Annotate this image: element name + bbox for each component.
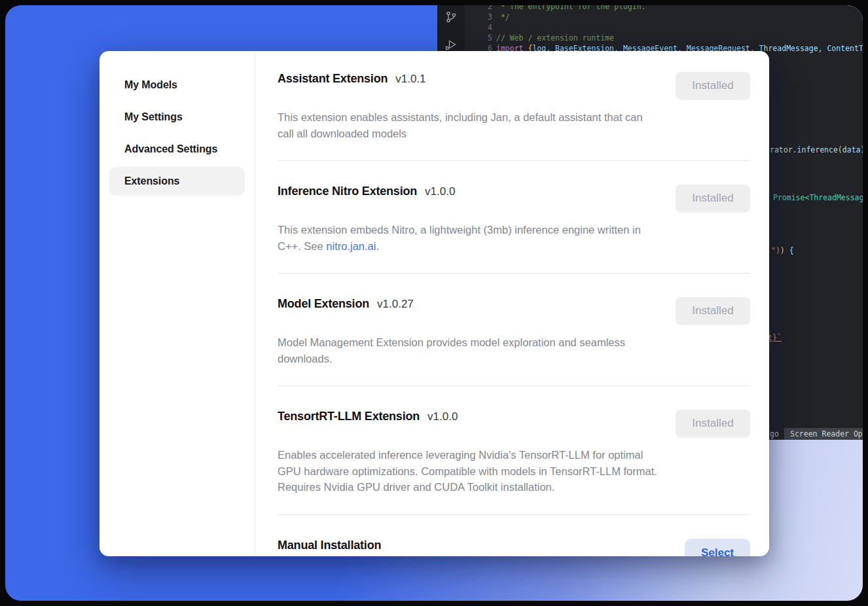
extension-version: v1.0.0: [427, 410, 458, 423]
extension-name: Model Extension: [278, 297, 369, 311]
line-number: 5: [465, 33, 492, 43]
code-method: inference: [797, 145, 838, 154]
code-arg: data: [842, 145, 861, 154]
sidebar-item-advanced-settings[interactable]: Advanced Settings: [109, 135, 245, 164]
code-line: 2 * The entrypoint for the plugin.: [465, 5, 645, 12]
code-comment: // Web / extension runtime: [496, 33, 614, 43]
settings-modal: My Models My Settings Advanced Settings …: [99, 51, 769, 556]
extension-row-assistant: Assistant Extension v1.0.1 Installed Thi…: [278, 72, 750, 161]
code-comment: */: [496, 12, 510, 22]
code-paren: ));: [861, 145, 863, 154]
app-window: 2 * The entrypoint for the plugin. 3 */ …: [5, 5, 863, 601]
extension-description: This extension embeds Nitro, a lightweig…: [278, 222, 659, 254]
manual-installation-row: Manual Installation Select Select an ext…: [278, 515, 750, 557]
sidebar-item-extensions[interactable]: Extensions: [109, 167, 245, 196]
extensions-list: Assistant Extension v1.0.1 Installed Thi…: [255, 51, 769, 556]
code-fragment: t}`: [768, 332, 782, 343]
extension-name: TensortRT-LLM Extension: [278, 410, 420, 423]
code-line: 5// Web / extension runtime: [465, 33, 614, 43]
code-line: 3 */: [465, 12, 510, 22]
status-item-screen-reader[interactable]: Screen Reader Optimized: [784, 428, 863, 440]
extension-description: Model Management Extension provides mode…: [278, 334, 659, 366]
manual-installation-title: Manual Installation: [278, 539, 381, 552]
line-number: 4: [465, 22, 492, 33]
extension-name: Assistant Extension: [278, 72, 388, 86]
code-fragment: Promise<ThreadMessage>: [773, 192, 863, 203]
line-number: 3: [465, 12, 492, 22]
installed-button[interactable]: Installed: [676, 297, 750, 325]
code-brace: {: [789, 246, 794, 255]
extension-version: v1.0.0: [425, 185, 455, 198]
code-type: Promise<ThreadMessage>: [773, 193, 863, 202]
code-fragment: rator.inference(data));: [770, 145, 863, 155]
code-text: rator.: [770, 145, 797, 154]
extension-description: This extension enables assistants, inclu…: [278, 109, 659, 141]
line-number: 2: [465, 5, 492, 12]
extension-name: Inference Nitro Extension: [278, 185, 417, 198]
code-fragment: ")) {: [771, 245, 794, 256]
installed-button[interactable]: Installed: [676, 72, 750, 99]
installed-button[interactable]: Installed: [676, 410, 750, 437]
code-string: "): [771, 246, 780, 255]
code-comment: * The entrypoint for the plugin.: [496, 5, 645, 11]
select-file-button[interactable]: Select: [685, 539, 750, 557]
screenshot-canvas: 2 * The entrypoint for the plugin. 3 */ …: [0, 0, 868, 606]
extension-version: v1.0.27: [377, 298, 414, 311]
extension-row-model: Model Extension v1.0.27 Installed Model …: [278, 274, 750, 386]
sidebar-item-my-settings[interactable]: My Settings: [109, 103, 245, 132]
extension-description: Enables accelerated inference leveraging…: [278, 447, 659, 495]
source-control-icon[interactable]: [444, 10, 458, 24]
code-paren: (: [838, 145, 842, 154]
status-item[interactable]: go: [770, 429, 779, 438]
run-debug-icon[interactable]: [444, 38, 458, 51]
installed-button[interactable]: Installed: [676, 185, 750, 212]
settings-sidebar: My Models My Settings Advanced Settings …: [99, 51, 255, 556]
code-line: 4: [465, 22, 492, 33]
sidebar-item-my-models[interactable]: My Models: [109, 71, 245, 99]
code-paren: ): [780, 246, 789, 255]
extension-row-nitro: Inference Nitro Extension v1.0.0 Install…: [278, 161, 750, 274]
nitro-jan-ai-link[interactable]: nitro.jan.ai.: [326, 240, 379, 252]
code-template-string: t}`: [768, 333, 782, 342]
extension-version: v1.0.1: [395, 73, 425, 86]
extension-row-tensorrt: TensortRT-LLM Extension v1.0.0 Installed…: [278, 386, 750, 515]
